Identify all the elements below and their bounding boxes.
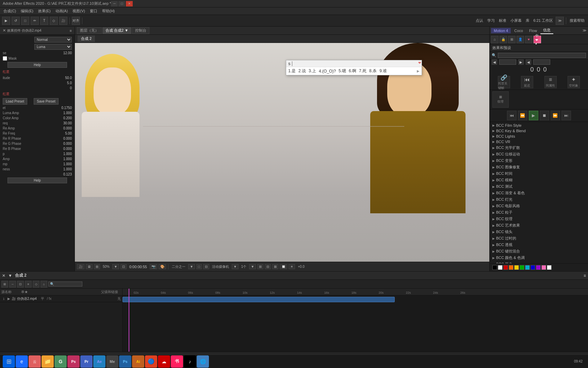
tab-motion4[interactable]: Motion 4 — [491, 28, 511, 33]
vb-toggle2[interactable]: ⊟ — [203, 264, 209, 269]
fx-bcc-vr[interactable]: ▶ BCC VR — [490, 139, 588, 144]
mode-select[interactable]: Normal — [34, 37, 72, 43]
transport-next-frame[interactable]: ⏩ — [551, 111, 560, 120]
swatch-white[interactable] — [498, 265, 503, 270]
windows-start-button[interactable]: ⊞ — [3, 355, 15, 368]
num-right-field[interactable]: 0 — [533, 59, 550, 65]
tool-pen[interactable]: ✏ — [31, 17, 39, 25]
re-freq-val[interactable]: 5.00 — [65, 132, 72, 135]
menu-view[interactable]: 视图(V) — [70, 8, 87, 14]
menu-composition[interactable]: 合成(C) — [1, 8, 18, 14]
load-preset-button[interactable]: Load Preset — [3, 98, 27, 105]
val-0175[interactable]: 0.1750 — [61, 106, 72, 110]
menu-edit[interactable]: 编辑(E) — [19, 8, 35, 14]
maximize-button[interactable]: □ — [118, 1, 125, 6]
tl-tool-5[interactable]: ◇ — [33, 281, 39, 288]
candidate-2[interactable]: 2.说 — [298, 68, 306, 74]
re-r-phase-val[interactable]: 0.000 — [63, 137, 72, 140]
p-val[interactable]: 1.000 — [63, 152, 72, 156]
taskbar-ps-icon[interactable]: Ps — [67, 355, 80, 368]
taskbar-netease2[interactable]: ☁ — [158, 355, 170, 368]
luma-select[interactable]: Luma — [34, 44, 72, 50]
fx-bcc-color[interactable]: ▶ BCC 颜色 — [490, 261, 588, 263]
taskbar-ps2-icon[interactable]: Ps — [119, 355, 131, 368]
tab-coco[interactable]: Coco — [511, 28, 526, 33]
taskbar-files[interactable]: 📁 — [42, 355, 54, 368]
tool-camera[interactable]: 🎥 — [59, 17, 67, 25]
mp-val[interactable]: 1.000 — [63, 162, 72, 166]
effects-panel-menu[interactable]: ≡ — [70, 29, 72, 33]
num-left-prev[interactable]: ◀ — [492, 59, 497, 65]
vb-snapshot[interactable]: 📷 — [150, 264, 157, 269]
num-left-field[interactable]: 0 — [499, 59, 516, 65]
transport-stop[interactable]: ⏹ — [540, 111, 549, 120]
tool-text[interactable]: T — [40, 17, 48, 25]
camera-select[interactable]: ▼ — [232, 264, 239, 269]
val-50[interactable]: 50.0 — [65, 76, 72, 80]
ime-nav-right[interactable]: ▶ — [417, 69, 420, 73]
swatch-red[interactable] — [503, 265, 508, 270]
rt-home-icon[interactable]: ⌂ — [491, 36, 499, 43]
zoom-select[interactable]: ▼ — [112, 264, 119, 269]
right-panel-more[interactable]: ≫ — [583, 28, 587, 33]
luma-amp-val[interactable]: 1.000 — [63, 111, 72, 115]
taskbar-google[interactable]: G — [54, 355, 67, 368]
mask-checkbox[interactable] — [3, 56, 7, 61]
tool-select[interactable]: ▶ — [2, 17, 10, 25]
view-mode-select[interactable]: ▼ — [188, 264, 195, 269]
taskbar-netease[interactable]: 云 — [29, 355, 41, 368]
swatch-yellow[interactable] — [514, 265, 519, 270]
swatch-purple[interactable] — [536, 265, 541, 270]
tool-rect[interactable]: □ — [21, 17, 29, 25]
minimize-button[interactable]: ─ — [111, 1, 118, 6]
save-preset-button[interactable]: Save Preset — [34, 98, 58, 105]
fx-bcc-color-grade[interactable]: ▶ BCC 颜色 & 色调 — [490, 255, 588, 261]
track-bar-1[interactable] — [122, 297, 395, 302]
vb-camera-icon[interactable]: 🎥 — [77, 264, 84, 269]
tl-icon-expand[interactable]: ▼ — [8, 273, 12, 278]
rt-lock-icon[interactable]: 🔒 — [500, 36, 507, 43]
taskbar-pr-icon[interactable]: Pr — [80, 355, 93, 368]
close-icon-left[interactable]: ✕ — [3, 28, 6, 33]
fx-bcc-film-style[interactable]: ▶ BCC Film Style — [490, 123, 588, 128]
tab-flow[interactable]: Flow — [526, 28, 540, 33]
fx-bcc-perspective[interactable]: ▶ BCC 透视 — [490, 242, 588, 248]
taskbar-me-icon[interactable]: Me — [106, 355, 118, 368]
tab-console[interactable]: 控制台 — [132, 27, 149, 34]
candidate-6[interactable]: 6.啊 — [349, 68, 356, 74]
tab-info[interactable]: 信息 — [540, 27, 553, 34]
menu-effects[interactable]: 效果(E) — [36, 8, 53, 14]
vb-toggle1[interactable]: □ — [196, 264, 202, 269]
texture-btn[interactable]: ⊞ 纹理 — [492, 91, 509, 108]
同属性-btn[interactable]: ≡ 同属性 — [544, 76, 557, 88]
fx-bcc-optical[interactable]: ▶ BCC 光学扩散 — [490, 144, 588, 151]
tab-layer-none[interactable]: 图层（无） — [77, 27, 102, 34]
swatch-white2[interactable] — [547, 265, 552, 270]
candidate-9[interactable]: 9.谁 — [379, 68, 387, 74]
fx-bcc-time[interactable]: ▶ BCC 时间 — [490, 170, 588, 177]
fx-bcc-deform[interactable]: ▶ BCC 变形 — [490, 157, 588, 164]
tool-rotate[interactable]: ↺ — [12, 17, 20, 25]
fx-bcc-particle[interactable]: ▶ BCC 粒子 — [490, 209, 588, 216]
taskbar-chrome[interactable]: 🌐 — [197, 355, 209, 368]
help-button-2[interactable]: Help — [7, 178, 67, 183]
candidate-1[interactable]: 1.是 — [288, 68, 296, 74]
toolbar-workspace-more[interactable]: ≫ — [556, 17, 564, 25]
tool-shape[interactable]: ◇ — [50, 17, 58, 25]
fx-bcc-test[interactable]: ▶ BCC 测试 — [490, 183, 588, 190]
amp-val[interactable]: 1.000 — [63, 157, 72, 161]
vb-render[interactable]: 🔲 — [280, 264, 287, 269]
延迟-btn[interactable]: ⏮ 延迟 — [521, 76, 533, 88]
num-left-next[interactable]: ▶ — [518, 59, 524, 65]
close-button[interactable]: ✕ — [126, 1, 133, 6]
fx-bcc-legacy[interactable]: ▶ BCC 过时的 — [490, 235, 588, 242]
val-0123[interactable]: 0.123 — [63, 172, 72, 176]
val-12[interactable]: 12.00 — [63, 51, 72, 55]
menu-animation[interactable]: 动画(A) — [53, 8, 70, 14]
candidate-8[interactable]: 8.杀 — [369, 68, 377, 74]
menu-help[interactable]: 帮助(H) — [100, 8, 117, 14]
tab-composition[interactable]: 合成 合成2 ▼ — [102, 27, 131, 34]
taskbar-blender[interactable]: 🔵 — [145, 355, 157, 368]
view-count-select[interactable]: ▼ — [249, 264, 256, 269]
fx-bcc-lens[interactable]: ▶ BCC 镜头 — [490, 229, 588, 235]
